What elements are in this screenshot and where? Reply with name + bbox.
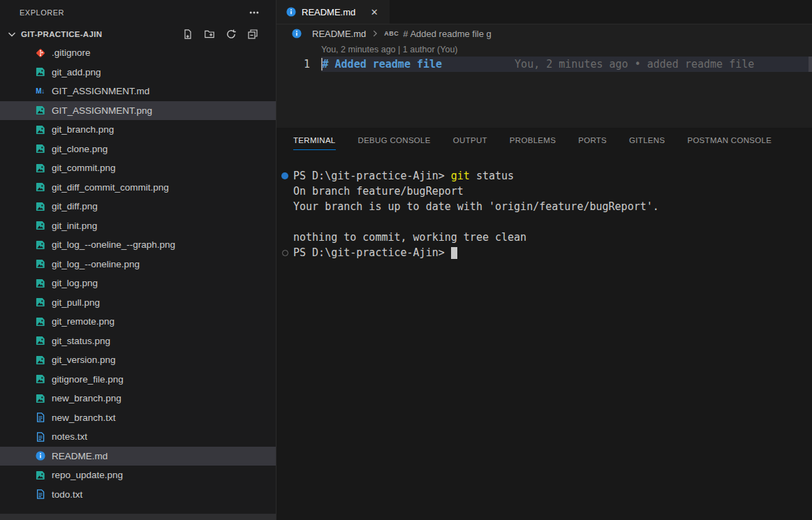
image-file-icon [34,143,46,155]
command-decoration-icon[interactable] [281,172,288,179]
file-name: gitignore_file.png [52,374,124,385]
terminal-text: PS D:\git-practice-Ajin> [293,246,451,259]
file-item-git_commit.png[interactable]: git_commit.png [0,158,276,178]
image-file-icon [34,315,46,327]
file-item-git_log_--oneline.png[interactable]: git_log_--oneline.png [0,255,276,274]
file-item-git_pull.png[interactable]: git_pull.png [0,293,276,313]
image-file-icon [34,335,46,347]
code-line-1: 1 # Added readme file You, 2 minutes ago… [276,57,812,72]
file-name: git_diff.png [52,201,98,211]
panel-tab-gitlens[interactable]: GITLENS [629,128,665,152]
file-name: git_branch.png [52,124,114,135]
file-name: todo.txt [52,489,82,500]
breadcrumb-symbol[interactable]: # Added readme file g [403,29,491,39]
editor-content[interactable]: # Added readme file You, 2 minutes ago •… [321,57,812,72]
terminal-line: PS D:\git-practice-Ajin> git status [276,168,812,184]
terminal-text: status [470,170,514,182]
more-actions-icon[interactable] [246,5,262,20]
image-file-icon [34,239,46,251]
image-file-icon [34,181,46,193]
file-item-notes.txt[interactable]: notes.txt [0,427,276,447]
new-folder-icon[interactable] [202,27,217,42]
bottom-panel: TERMINALDEBUG CONSOLEOUTPUTPROBLEMSPORTS… [276,128,812,520]
panel-tab-output[interactable]: OUTPUT [453,128,487,152]
blame-header-text: You, 2 minutes ago | 1 author (You) [321,45,458,54]
file-name: GIT_ASSIGNMENT.md [52,86,149,96]
info-file-icon [290,28,302,40]
file-name: git_clone.png [52,144,108,154]
file-item-README.md[interactable]: README.md [0,447,276,466]
image-file-icon [34,373,46,385]
refresh-icon[interactable] [223,27,239,42]
file-item-git_add.png[interactable]: git_add.png [0,63,276,82]
editor-tab-bar: README.md ✕ [276,0,812,24]
file-name: git_commit.png [52,163,116,173]
file-item-new_branch.txt[interactable]: new_branch.txt [0,408,276,428]
file-name: new_branch.png [52,393,121,403]
panel-tab-problems[interactable]: PROBLEMS [510,128,556,152]
file-item-repo_update.png[interactable]: repo_update.png [0,466,276,485]
new-file-icon[interactable] [180,27,195,42]
editor-pane[interactable]: README.md ABC # Added readme file g You,… [276,24,812,128]
terminal-text: On branch feature/bugReport [293,185,464,198]
code-text: # Added readme file [323,57,443,72]
file-item-.gitignore[interactable]: .gitignore [0,43,276,63]
info-file-icon [34,450,46,462]
line-number: 1 [276,57,321,72]
section-actions [180,27,260,42]
explorer-sidebar: EXPLORER GIT-PRACTICE-AJIN [0,0,276,520]
overview-ruler-mark [809,57,812,72]
collapse-all-icon[interactable] [245,27,260,42]
file-item-git_init.png[interactable]: git_init.png [0,216,276,236]
close-icon[interactable]: ✕ [367,5,381,19]
folder-section-header[interactable]: GIT-PRACTICE-AJIN [0,25,276,43]
panel-tab-debug-console[interactable]: DEBUG CONSOLE [358,128,431,152]
vscode-window: EXPLORER GIT-PRACTICE-AJIN [0,0,812,520]
inline-blame-annotation: You, 2 minutes ago • added readme file [515,57,754,72]
file-item-git_diff_commit_commit.png[interactable]: git_diff_commit_commit.png [0,178,276,198]
tab-readme[interactable]: README.md ✕ [276,0,390,24]
image-file-icon [34,469,46,481]
panel-tab-terminal[interactable]: TERMINAL [293,128,336,152]
file-item-todo.txt[interactable]: todo.txt [0,485,276,505]
file-name: git_diff_commit_commit.png [52,182,169,193]
prompt-decoration-icon[interactable] [282,250,288,256]
editor-empty-area[interactable] [276,72,812,128]
panel-tab-postman-console[interactable]: POSTMAN CONSOLE [687,128,772,152]
file-item-git_status.png[interactable]: git_status.png [0,332,276,351]
image-file-icon [34,297,46,309]
file-name: git_log_--oneline.png [52,259,140,269]
folder-section-label: GIT-PRACTICE-AJIN [21,30,102,38]
file-item-git_clone.png[interactable]: git_clone.png [0,140,276,159]
file-item-git_log.png[interactable]: git_log.png [0,274,276,293]
info-file-icon [285,6,297,18]
image-file-icon [34,220,46,232]
file-item-git_log_--oneline_--graph.png[interactable]: git_log_--oneline_--graph.png [0,235,276,255]
file-item-gitignore_file.png[interactable]: gitignore_file.png [0,370,276,389]
image-file-icon [34,354,46,366]
file-name: README.md [52,451,108,461]
file-name: git_pull.png [52,297,100,308]
file-item-new_branch.png[interactable]: new_branch.png [0,389,276,408]
panel-tab-ports[interactable]: PORTS [578,128,607,152]
file-name: git_remote.png [52,316,115,327]
chevron-down-icon[interactable] [4,27,20,42]
file-name: git_version.png [52,355,116,365]
file-item-git_remote.png[interactable]: git_remote.png [0,312,276,332]
breadcrumb-file[interactable]: README.md [312,29,366,39]
file-item-git_version.png[interactable]: git_version.png [0,350,276,370]
horizontal-scrollbar[interactable] [0,514,276,520]
file-item-GIT_ASSIGNMENT.png[interactable]: GIT_ASSIGNMENT.png [0,101,276,121]
file-item-git_branch.png[interactable]: git_branch.png [0,120,276,140]
image-file-icon [34,124,46,135]
panel-tab-bar: TERMINALDEBUG CONSOLEOUTPUTPROBLEMSPORTS… [276,128,812,152]
editor-group: README.md ✕ README.md ABC # Added readme… [276,0,812,520]
symbol-string-icon: ABC [384,30,399,37]
file-name: .gitignore [52,47,91,58]
file-name: git_log_--oneline_--graph.png [52,239,175,250]
explorer-title: EXPLORER [20,8,64,17]
file-item-GIT_ASSIGNMENT.md[interactable]: M↓GIT_ASSIGNMENT.md [0,82,276,101]
file-item-git_diff.png[interactable]: git_diff.png [0,197,276,216]
terminal[interactable]: PS D:\git-practice-Ajin> git statusOn br… [276,152,812,520]
image-file-icon [34,392,46,404]
